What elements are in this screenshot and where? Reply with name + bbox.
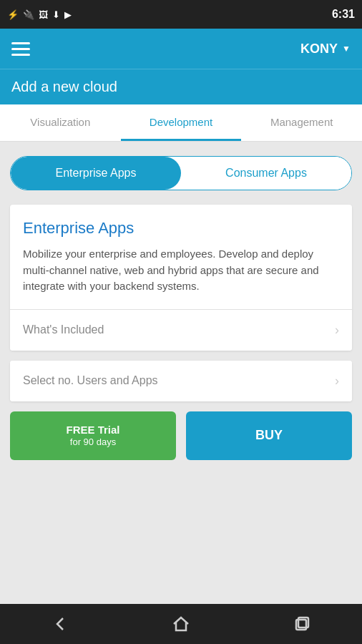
card-description: Mobilize your enterprise and employees. … [23, 246, 339, 295]
recent-apps-button[interactable] [280, 610, 323, 638]
main-content: Enterprise Apps Consumer Apps Enterprise… [0, 142, 362, 604]
select-users-card: Select no. Users and Apps › [10, 361, 352, 401]
action-buttons: FREE Trial for 90 days BUY [10, 411, 352, 460]
whats-included-label: What's Included [23, 323, 104, 336]
brand-dropdown-icon: ▼ [342, 44, 351, 54]
status-icons: ⚡ 🔌 🖼 ⬇ ▶ [7, 9, 72, 20]
tab-management[interactable]: Management [241, 104, 362, 141]
buy-label: BUY [255, 428, 283, 442]
bottom-nav [0, 604, 362, 644]
tab-development[interactable]: Development [121, 104, 242, 141]
select-users-label: Select no. Users and Apps [23, 374, 158, 387]
free-trial-line1: FREE Trial [17, 423, 169, 437]
free-trial-button[interactable]: FREE Trial for 90 days [10, 411, 176, 460]
status-bar: ⚡ 🔌 🖼 ⬇ ▶ 6:31 [0, 0, 362, 29]
back-button[interactable] [39, 610, 82, 638]
image-icon: 🖼 [39, 9, 48, 20]
enterprise-apps-toggle[interactable]: Enterprise Apps [11, 157, 181, 190]
select-users-row[interactable]: Select no. Users and Apps › [10, 361, 352, 401]
whats-included-arrow: › [335, 323, 339, 338]
audio-icon: 🔌 [23, 9, 34, 20]
free-trial-line2: for 90 days [17, 436, 169, 449]
app-type-toggle: Enterprise Apps Consumer Apps [10, 156, 352, 190]
select-users-arrow: › [335, 374, 339, 389]
nav-brand[interactable]: KONY ▼ [300, 42, 351, 57]
page-title: Add a new cloud [11, 79, 117, 95]
enterprise-apps-card: Enterprise Apps Mobilize your enterprise… [10, 205, 352, 351]
consumer-apps-toggle[interactable]: Consumer Apps [181, 157, 351, 190]
home-button[interactable] [160, 610, 202, 638]
tab-visualization[interactable]: Visualization [0, 104, 121, 141]
tabs-bar: Visualization Development Management [0, 104, 362, 142]
status-time: 6:31 [332, 8, 355, 21]
buy-button[interactable]: BUY [186, 411, 352, 460]
download-icon: ⬇ [52, 9, 60, 20]
brand-label: KONY [300, 42, 338, 57]
whats-included-row[interactable]: What's Included › [10, 310, 352, 351]
play-icon: ▶ [64, 9, 72, 20]
card-title: Enterprise Apps [23, 219, 339, 238]
top-nav: KONY ▼ [0, 29, 362, 69]
page-header: Add a new cloud [0, 69, 362, 104]
usb-icon: ⚡ [7, 9, 19, 20]
card-body: Enterprise Apps Mobilize your enterprise… [10, 205, 352, 309]
hamburger-menu[interactable] [11, 42, 30, 56]
